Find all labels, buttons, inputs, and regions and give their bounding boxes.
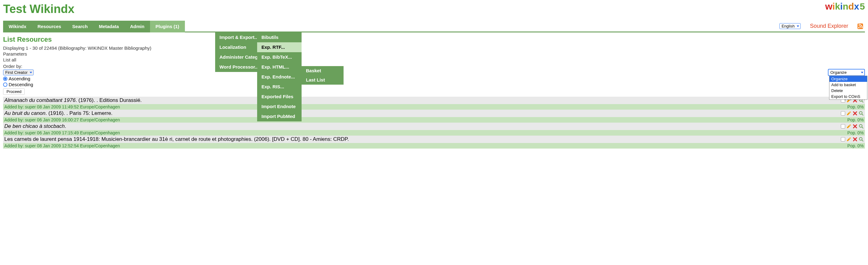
resource-title[interactable]: Au bruit du canon. (1916). . Paris 75: L… [4, 110, 841, 116]
submenu-exp-html[interactable]: Exp. HTML... [257, 62, 302, 72]
organize-panel: Organize Organize Add to basket Delete E… [818, 69, 865, 101]
order-by-select[interactable]: First Creator [3, 69, 34, 76]
popularity-text: Pop. 0% [847, 143, 864, 148]
import-export-submenu: Bibutils Exp. RTF... Exp. BibTeX... Exp.… [257, 32, 302, 121]
submenu-exported-files[interactable]: Exported Files [257, 92, 302, 101]
displaying-line: Displaying 1 - 30 of 22494 (Bibliography… [3, 46, 865, 51]
resource-meta-row: Added by: super 08 Jan 2009 11:49:52 Eur… [3, 104, 865, 110]
order-by-select-wrap: First Creator [3, 69, 34, 76]
select-checkbox[interactable] [841, 111, 845, 116]
site-title: Test Wikindx [3, 2, 74, 16]
language-select-wrap: English [779, 23, 801, 29]
edit-icon[interactable] [846, 111, 851, 116]
descending-radio[interactable] [3, 83, 7, 87]
delete-icon[interactable] [852, 137, 858, 142]
resource-actions [841, 137, 864, 142]
added-by-text: Added by: super 08 Jan 2009 12:52:54 Eur… [4, 143, 120, 148]
popularity-text: Pop. 0% [847, 105, 864, 109]
added-by-text: Added by: super 08 Jan 2009 11:49:52 Eur… [4, 105, 120, 109]
resource-title[interactable]: Les carnets de laurent pensa 1914-1918: … [4, 136, 841, 142]
menubar-spacer [185, 21, 779, 32]
descending-label: Descending [9, 82, 33, 87]
popularity-text: Pop. 0% [847, 130, 864, 135]
resource-row: Au bruit du canon. (1916). . Paris 75: L… [3, 110, 865, 117]
menu-wikindx[interactable]: Wikindx [3, 21, 32, 32]
menu-search[interactable]: Search [67, 21, 93, 32]
resource-actions [841, 111, 864, 116]
menu-plugins[interactable]: Plugins (1) [150, 21, 185, 32]
submenu-basket[interactable]: Basket [302, 66, 344, 76]
organize-dropdown: Organize Add to basket Delete Export to … [829, 76, 867, 100]
delete-icon[interactable] [852, 124, 858, 129]
resource-meta-row: Added by: super 06 Jan 2009 17:15:49 Eur… [3, 130, 865, 136]
plugins-submenu: Import & Export... Localization Administ… [215, 32, 257, 72]
resource-row: De ben chicao à stocbach. [3, 123, 865, 130]
resource-row: Almanach du combattant 1976. (1976). . E… [3, 97, 865, 104]
resource-title[interactable]: De ben chicao à stocbach. [4, 123, 841, 129]
list-all-label: List all [3, 57, 865, 62]
submenu-word-processor[interactable]: Word Processor... [215, 62, 257, 72]
exp-rtf-submenu: Basket Last List [302, 66, 344, 85]
submenu-localization[interactable]: Localization [215, 42, 257, 52]
main-menubar: Wikindx Resources Search Metadata Admin … [3, 21, 865, 32]
resource-meta-row: Added by: super 08 Jan 2009 12:52:54 Eur… [3, 143, 865, 149]
results-list: Almanach du combattant 1976. (1976). . E… [3, 97, 865, 149]
added-by-text: Added by: super 06 Jan 2009 17:15:49 Eur… [4, 130, 120, 135]
select-checkbox[interactable] [841, 124, 845, 128]
edit-icon[interactable] [846, 137, 851, 142]
submenu-import-endnote[interactable]: Import Endnote [257, 101, 302, 112]
submenu-exp-endnote[interactable]: Exp. Endnote... [257, 72, 302, 82]
menu-resources[interactable]: Resources [32, 21, 67, 32]
view-icon[interactable] [859, 137, 864, 142]
added-by-text: Added by: super 06 Jan 2009 16:00:27 Eur… [4, 117, 120, 122]
submenu-import-export[interactable]: Import & Export... [215, 32, 257, 42]
submenu-bibutils[interactable]: Bibutils [257, 32, 302, 42]
svg-point-1 [858, 27, 860, 28]
proceed-button[interactable]: Proceed [3, 88, 25, 95]
view-icon[interactable] [859, 111, 864, 116]
submenu-exp-rtf[interactable]: Exp. RTF... [257, 42, 302, 52]
organize-option-delete[interactable]: Delete [829, 88, 867, 94]
resource-row: Les carnets de laurent pensa 1914-1918: … [3, 136, 865, 143]
order-by-label: Order by: [3, 64, 23, 69]
delete-icon[interactable] [852, 111, 858, 116]
rss-icon[interactable] [858, 24, 863, 29]
select-checkbox[interactable] [841, 137, 845, 142]
submenu-exp-ris[interactable]: Exp. RIS... [257, 82, 302, 92]
edit-icon[interactable] [846, 124, 851, 129]
sound-explorer-link[interactable]: Sound Explorer [810, 23, 848, 29]
organize-option-organize[interactable]: Organize [829, 76, 867, 82]
resource-title[interactable]: Almanach du combattant 1976. (1976). . E… [4, 97, 841, 104]
logo: wikindx5 [825, 1, 865, 12]
page-title: List Resources [3, 35, 865, 43]
organize-select[interactable]: Organize [828, 69, 865, 76]
ascending-label: Ascending [9, 76, 30, 81]
popularity-text: Pop. 0% [847, 117, 864, 122]
ascending-radio[interactable] [3, 77, 7, 81]
submenu-exp-bibtex[interactable]: Exp. BibTeX... [257, 52, 302, 62]
menu-admin[interactable]: Admin [124, 21, 150, 32]
view-icon[interactable] [859, 124, 864, 129]
organize-option-export-coins[interactable]: Export to COinS [829, 94, 867, 99]
resource-meta-row: Added by: super 06 Jan 2009 16:00:27 Eur… [3, 117, 865, 123]
parameters-label: Parameters [3, 51, 865, 57]
menu-metadata[interactable]: Metadata [93, 21, 124, 32]
organize-option-add-to-basket[interactable]: Add to basket [829, 82, 867, 88]
language-select[interactable]: English [779, 23, 801, 29]
submenu-last-list[interactable]: Last List [302, 76, 344, 85]
submenu-import-pubmed[interactable]: Import PubMed [257, 112, 302, 121]
resource-actions [841, 124, 864, 129]
submenu-admin-categories[interactable]: Administer Categories... [215, 52, 257, 62]
